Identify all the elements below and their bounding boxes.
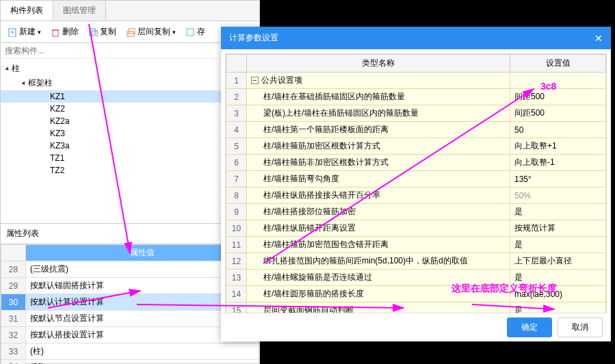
svg-rect-5 <box>90 29 95 36</box>
close-icon[interactable]: ✕ <box>594 33 603 44</box>
param-row[interactable]: 6柱/墙柱箍筋非加密区根数计算方式向上取整-1 <box>226 155 606 171</box>
col-set-value: 设置值 <box>510 55 606 73</box>
layer-copy-icon <box>126 27 135 37</box>
param-row[interactable]: 7柱/墙柱箍筋弯勾角度135° <box>226 171 606 187</box>
copy-icon <box>88 27 98 37</box>
tab-components[interactable]: 构件列表 <box>1 1 53 21</box>
property-row[interactable]: 34(20) <box>1 360 259 365</box>
param-row[interactable]: 8柱/墙柱纵筋搭接接头错开百分率50% <box>226 187 606 204</box>
dialog-title: 计算参数设置 <box>229 32 278 44</box>
param-row[interactable]: 1−公共设置项 <box>226 73 606 89</box>
property-row[interactable]: 30按默认计算设置计算 <box>1 294 259 311</box>
param-row[interactable]: 11柱/墙柱箍筋加密范围包含错开距离是 <box>226 237 606 253</box>
col-type-name: 类型名称 <box>247 55 510 73</box>
caret-icon <box>21 81 26 86</box>
param-row[interactable]: 12绑扎搭接范围内的箍筋间距min(5d,100)中，纵筋d的取值上下层最小直径 <box>226 253 606 270</box>
param-row[interactable]: 10柱/墙柱纵筋错开距离设置按规范计算 <box>226 220 606 237</box>
tabs: 构件列表 图纸管理 <box>1 1 259 21</box>
param-row[interactable]: 4柱/墙柱第一个箍筋距楼板面的距离50 <box>226 122 606 138</box>
svg-rect-3 <box>53 30 58 36</box>
dialog-titlebar: 计算参数设置 ✕ <box>221 27 611 49</box>
param-row[interactable]: 9柱/墙柱搭接部位箍筋加密是 <box>226 204 606 220</box>
param-row[interactable]: 5柱/墙柱箍筋加密区根数计算方式向上取整+1 <box>226 138 606 155</box>
svg-rect-6 <box>92 31 97 37</box>
svg-rect-9 <box>187 29 194 36</box>
property-row[interactable]: 28(三级抗震) <box>1 261 259 278</box>
param-row[interactable]: 3梁(板)上柱/墙柱在插筋锚固区内的箍筋数量间距500 <box>226 105 606 122</box>
param-row[interactable]: 2柱/墙柱在基础插筋锚固区内的箍筋数量间距500 <box>226 89 606 105</box>
save-button[interactable]: 存 <box>181 24 209 40</box>
new-button[interactable]: 新建 ▾ <box>3 24 45 40</box>
layer-copy-button[interactable]: 层间复制 ▾ <box>122 24 180 40</box>
dialog-buttons: 确定 取消 <box>221 317 611 343</box>
property-row[interactable]: 32按默认搭接设置计算 <box>1 327 259 343</box>
save-icon <box>185 27 195 37</box>
tab-drawings[interactable]: 图纸管理 <box>53 1 106 21</box>
cancel-button[interactable]: 取消 <box>558 317 603 337</box>
delete-button[interactable]: 删除 <box>47 24 83 40</box>
property-row[interactable]: 31按默认节点设置计算 <box>1 311 259 327</box>
param-row[interactable]: 13柱/墙柱螺旋箍筋是否连续通过是 <box>226 270 606 286</box>
new-icon <box>8 27 17 37</box>
copy-button[interactable]: 复制 <box>84 24 120 40</box>
property-row[interactable]: 29按默认锚固搭接计算 <box>1 278 259 294</box>
property-row[interactable]: 33(柱) <box>1 343 259 360</box>
param-row[interactable]: 15层间变截面钢筋自动判断是 <box>226 302 606 314</box>
calc-param-dialog: 计算参数设置 ✕ 类型名称设置值 1−公共设置项2柱/墙柱在基础插筋锚固区内的箍… <box>221 27 611 341</box>
delete-icon <box>51 27 60 37</box>
dialog-body: 类型名称设置值 1−公共设置项2柱/墙柱在基础插筋锚固区内的箍筋数量间距5003… <box>225 53 607 313</box>
param-row[interactable]: 14柱/墙柱圆形箍筋的搭接长度max(lae,300) <box>226 286 606 302</box>
param-table: 类型名称设置值 1−公共设置项2柱/墙柱在基础插筋锚固区内的箍筋数量间距5003… <box>226 54 606 313</box>
ok-button[interactable]: 确定 <box>507 317 552 337</box>
caret-icon <box>5 66 10 71</box>
